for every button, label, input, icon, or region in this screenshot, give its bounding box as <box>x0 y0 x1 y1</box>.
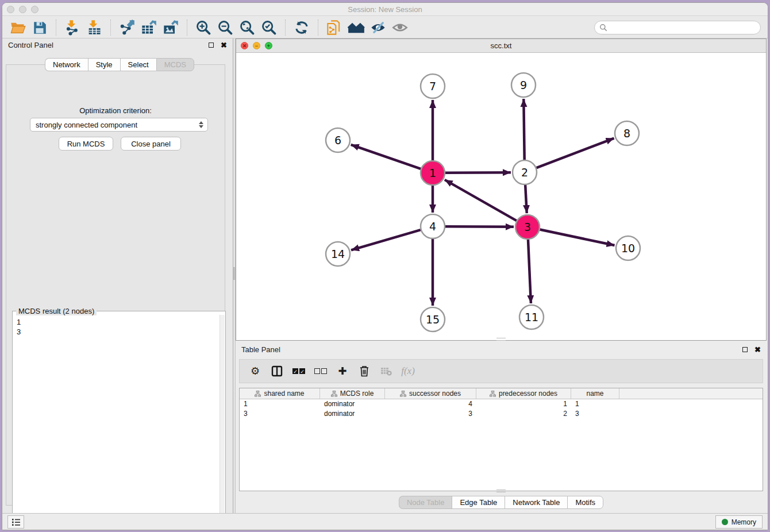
columns-icon <box>271 365 283 377</box>
tab-select[interactable]: Select <box>120 58 156 71</box>
edge-3-11[interactable] <box>528 240 531 303</box>
frame-resize-grip[interactable] <box>496 338 506 341</box>
node-label-15: 15 <box>426 313 440 326</box>
window-title: Session: New Session <box>2 5 768 14</box>
zoom-in-button[interactable] <box>194 18 213 37</box>
network-window: ✕ − + scc.txt 7968124314101511 <box>236 38 767 341</box>
column-header-successor-nodes[interactable]: successor nodes <box>385 388 476 399</box>
float-panel-icon[interactable] <box>742 347 748 352</box>
duplicate-network-button[interactable] <box>325 18 344 37</box>
splitter-grip-icon <box>233 267 235 280</box>
edge-3-10[interactable] <box>540 230 615 245</box>
criterion-select[interactable]: strongly connected component <box>30 118 208 132</box>
node-label-7: 7 <box>429 80 436 92</box>
column-header-label: shared name <box>264 390 304 398</box>
search-box <box>594 21 761 34</box>
column-header-label: predecessor nodes <box>499 390 557 398</box>
delete-table-button[interactable] <box>378 363 395 380</box>
unchecked-box-icon: ✓ <box>321 368 327 374</box>
export-image-button[interactable] <box>161 18 180 37</box>
gear-button[interactable]: ⚙ <box>247 363 264 380</box>
edge-2-9[interactable] <box>523 99 524 160</box>
zoom-in-icon <box>195 20 211 36</box>
add-button[interactable]: ✚ <box>334 363 351 380</box>
trash-icon <box>359 365 369 377</box>
task-list-icon <box>11 518 21 526</box>
tab-edge-table[interactable]: Edge Table <box>452 496 505 509</box>
tab-style[interactable]: Style <box>88 58 120 71</box>
edge-2-3[interactable] <box>525 185 527 213</box>
node-label-3: 3 <box>524 221 531 233</box>
edge-4-3[interactable] <box>445 226 514 227</box>
table-tabs: Node TableEdge TableNetwork TableMotifs <box>236 496 767 509</box>
table-row[interactable]: 3dominator323 <box>240 409 763 419</box>
trash-button[interactable] <box>356 363 373 380</box>
close-panel-icon[interactable]: ✖ <box>754 346 761 353</box>
run-mcds-button[interactable]: Run MCDS <box>59 137 113 151</box>
checked-box-icon: ✓ <box>299 368 305 374</box>
table-cell: 1 <box>240 399 320 409</box>
table-header-row: shared nameMCDS rolesuccessor nodesprede… <box>240 388 763 399</box>
columns-button[interactable] <box>268 363 286 380</box>
hide-eye-button[interactable] <box>369 18 387 37</box>
zoom-out-button[interactable] <box>216 18 234 37</box>
memory-status-icon <box>722 519 728 525</box>
toolbar-separator <box>56 20 56 36</box>
save-floppy-icon <box>32 20 47 35</box>
refresh-button[interactable] <box>292 18 311 37</box>
chevron-up-down-icon <box>199 121 203 128</box>
toolbar-separator <box>318 20 318 36</box>
close-panel-icon[interactable]: ✖ <box>221 41 227 49</box>
column-header-name[interactable]: name <box>571 388 619 399</box>
tab-network[interactable]: Network <box>45 58 88 71</box>
network-canvas[interactable]: 7968124314101511 <box>236 53 766 340</box>
node-label-11: 11 <box>525 311 538 323</box>
table-cell: dominator <box>320 399 385 409</box>
search-input[interactable] <box>610 23 760 32</box>
import-table-icon <box>86 20 102 36</box>
export-table-button[interactable] <box>140 18 158 37</box>
table-resize-grip[interactable] <box>496 489 506 492</box>
column-header-shared-name[interactable]: shared name <box>240 388 320 399</box>
tab-node-table[interactable]: Node Table <box>399 496 452 509</box>
deselect-all-button[interactable]: ✓ ✓ <box>312 363 329 380</box>
eye-icon <box>392 20 408 36</box>
main-area: Control Panel ✖ NetworkStyleSelectMCDS O… <box>2 38 768 514</box>
app-window: Session: New Session <box>2 2 768 530</box>
import-network-icon <box>64 20 80 36</box>
open-session-button[interactable] <box>9 18 27 37</box>
column-header-predecessor-nodes[interactable]: predecessor nodes <box>476 388 571 399</box>
export-network-icon <box>119 20 135 36</box>
delete-table-icon <box>380 366 392 376</box>
close-panel-button[interactable]: Close panel <box>121 137 181 151</box>
zoom-selected-button[interactable] <box>260 18 278 37</box>
edge-1-6[interactable] <box>351 145 421 169</box>
edge-1-2[interactable] <box>445 172 511 173</box>
tab-network-table[interactable]: Network Table <box>505 496 567 509</box>
table-row[interactable]: 1dominator411 <box>240 399 763 409</box>
edge-3-1[interactable] <box>445 180 517 221</box>
edge-4-14[interactable] <box>351 230 421 250</box>
table-cell: 4 <box>385 399 476 409</box>
tab-motifs[interactable]: Motifs <box>567 496 603 509</box>
select-all-button[interactable]: ✓ ✓ <box>290 363 307 380</box>
function-builder-button[interactable]: f(x) <box>399 363 417 380</box>
houses-button[interactable] <box>347 18 365 37</box>
edge-2-8[interactable] <box>537 138 614 168</box>
show-eye-button[interactable] <box>391 18 409 37</box>
status-bar: Memory <box>2 513 768 530</box>
fit-content-button[interactable] <box>238 18 256 37</box>
import-table-button[interactable] <box>85 18 103 37</box>
save-session-button[interactable] <box>30 18 49 37</box>
memory-button[interactable]: Memory <box>715 515 763 529</box>
task-history-button[interactable] <box>7 515 24 529</box>
open-folder-icon <box>10 20 26 36</box>
import-network-button[interactable] <box>63 18 82 37</box>
float-panel-icon[interactable] <box>209 43 214 48</box>
tab-mcds[interactable]: MCDS <box>156 58 194 71</box>
control-panel-title: Control Panel <box>8 41 53 49</box>
result-scrollbar-track[interactable] <box>220 315 225 526</box>
export-network-button[interactable] <box>118 18 136 37</box>
column-header-MCDS-role[interactable]: MCDS role <box>320 388 385 399</box>
tree-icon <box>400 391 406 397</box>
